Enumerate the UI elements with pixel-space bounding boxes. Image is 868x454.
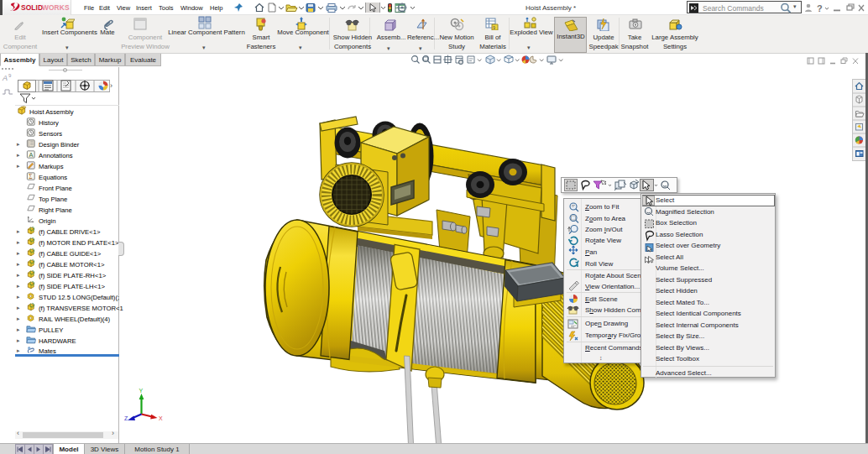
svg-text:9: 9 (8, 73, 12, 78)
svg-text:X: X (159, 415, 163, 421)
svg-text:?: ? (817, 3, 823, 13)
svg-text:SOLID: SOLID (21, 3, 43, 12)
svg-text:Y: Y (139, 388, 144, 394)
svg-text:9: 9 (493, 25, 495, 30)
svg-text:Z: Z (124, 415, 128, 421)
svg-text:WORKS: WORKS (42, 3, 70, 12)
svg-text:A: A (2, 74, 8, 82)
